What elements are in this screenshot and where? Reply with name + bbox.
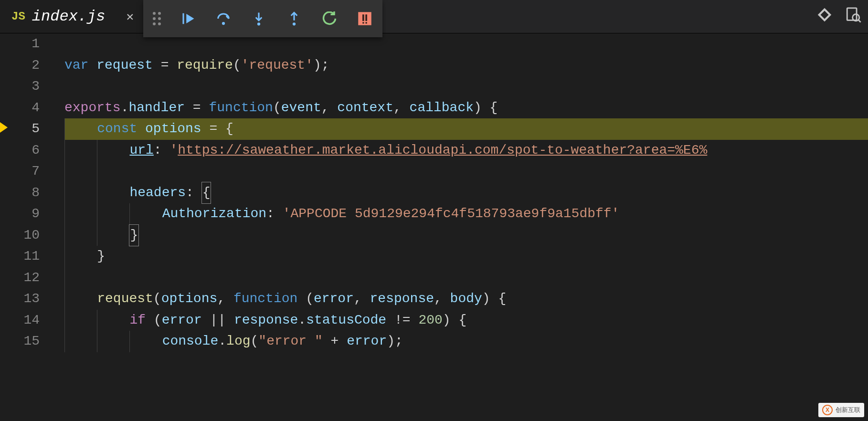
code-line	[64, 161, 868, 182]
code-line: Authorization: 'APPCODE 5d9129e294fc4f51…	[64, 203, 868, 225]
line-number: 10	[10, 225, 40, 246]
svg-line-14	[858, 20, 860, 22]
svg-point-10	[362, 22, 364, 24]
watermark-logo-icon: X	[822, 405, 833, 415]
line-number: 13	[10, 288, 40, 310]
svg-point-4	[257, 22, 260, 25]
step-out-button[interactable]	[286, 11, 302, 27]
svg-point-6	[293, 22, 296, 25]
svg-point-2	[222, 22, 225, 25]
line-number: 11	[10, 246, 40, 267]
code-line: const options = {	[64, 118, 868, 140]
stop-button[interactable]	[357, 11, 373, 27]
find-in-file-icon[interactable]	[845, 7, 861, 27]
line-number: 15	[10, 331, 40, 352]
line-number-gutter: 123456789101112131415	[10, 33, 50, 421]
svg-rect-8	[362, 14, 364, 21]
line-number: 14	[10, 310, 40, 331]
titlebar-actions	[816, 0, 861, 33]
code-line: if (error || response.statusCode != 200)…	[64, 310, 868, 331]
svg-point-11	[365, 22, 367, 24]
code-line: }	[64, 225, 868, 246]
code-area[interactable]: var request = require('request');exports…	[50, 33, 868, 421]
tab-bar: JS index.js ✕	[0, 0, 868, 33]
line-number: 12	[10, 267, 40, 289]
line-number: 2	[10, 55, 40, 76]
line-number: 5	[10, 118, 40, 140]
line-number: 3	[10, 76, 40, 97]
code-line: var request = require('request');	[64, 55, 868, 76]
js-badge-icon: JS	[11, 10, 25, 23]
step-over-button[interactable]	[215, 11, 232, 27]
code-line: exports.handler = function(event, contex…	[64, 97, 868, 119]
svg-rect-9	[365, 14, 367, 21]
line-number: 4	[10, 97, 40, 119]
execution-pointer-icon	[0, 122, 8, 133]
debug-toolbar	[143, 0, 382, 37]
code-line	[64, 76, 868, 97]
continue-button[interactable]	[180, 11, 196, 27]
code-line: }	[64, 246, 868, 267]
line-number: 1	[10, 33, 40, 55]
line-number: 9	[10, 203, 40, 225]
svg-marker-1	[186, 14, 194, 23]
code-line	[64, 267, 868, 289]
line-number: 6	[10, 140, 40, 161]
watermark: X 创新互联	[818, 403, 864, 417]
close-icon[interactable]: ✕	[112, 9, 134, 24]
drag-handle-icon[interactable]	[153, 12, 161, 25]
step-into-button[interactable]	[251, 11, 267, 27]
source-control-icon[interactable]	[816, 7, 833, 27]
code-line: console.log("error " + error);	[64, 331, 868, 352]
line-number: 7	[10, 161, 40, 182]
line-number: 8	[10, 182, 40, 204]
tab-index-js[interactable]: JS index.js ✕	[0, 0, 145, 33]
code-line: url: 'https://saweather.market.aliclouda…	[64, 140, 868, 161]
code-line: headers: {	[64, 182, 868, 204]
code-editor[interactable]: 123456789101112131415 var request = requ…	[0, 33, 868, 421]
code-line: request(options, function (error, respon…	[64, 288, 868, 310]
watermark-text: 创新互联	[836, 406, 860, 414]
restart-button[interactable]	[321, 11, 338, 27]
tab-filename: index.js	[32, 8, 106, 25]
svg-rect-7	[358, 12, 371, 25]
breakpoint-gutter[interactable]	[0, 33, 10, 421]
